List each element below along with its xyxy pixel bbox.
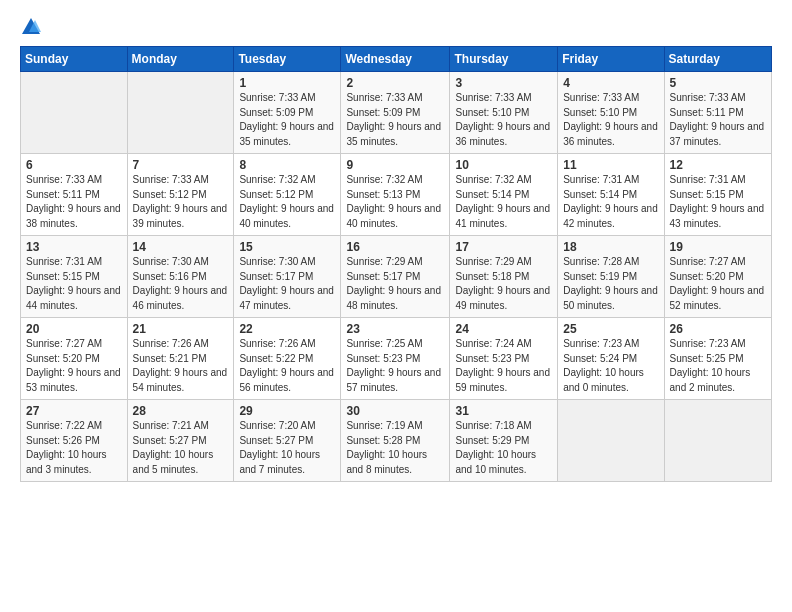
day-number: 19 bbox=[670, 240, 766, 254]
calendar-cell: 27Sunrise: 7:22 AMSunset: 5:26 PMDayligh… bbox=[21, 400, 128, 482]
logo-icon bbox=[20, 16, 42, 38]
calendar-cell: 15Sunrise: 7:30 AMSunset: 5:17 PMDayligh… bbox=[234, 236, 341, 318]
day-detail: Sunrise: 7:30 AMSunset: 5:17 PMDaylight:… bbox=[239, 256, 334, 311]
calendar-week-row: 27Sunrise: 7:22 AMSunset: 5:26 PMDayligh… bbox=[21, 400, 772, 482]
day-number: 1 bbox=[239, 76, 335, 90]
calendar-cell: 1Sunrise: 7:33 AMSunset: 5:09 PMDaylight… bbox=[234, 72, 341, 154]
day-detail: Sunrise: 7:25 AMSunset: 5:23 PMDaylight:… bbox=[346, 338, 441, 393]
day-number: 21 bbox=[133, 322, 229, 336]
day-detail: Sunrise: 7:33 AMSunset: 5:12 PMDaylight:… bbox=[133, 174, 228, 229]
day-number: 26 bbox=[670, 322, 766, 336]
day-number: 11 bbox=[563, 158, 658, 172]
day-detail: Sunrise: 7:26 AMSunset: 5:21 PMDaylight:… bbox=[133, 338, 228, 393]
day-detail: Sunrise: 7:23 AMSunset: 5:24 PMDaylight:… bbox=[563, 338, 644, 393]
day-number: 18 bbox=[563, 240, 658, 254]
calendar-cell: 30Sunrise: 7:19 AMSunset: 5:28 PMDayligh… bbox=[341, 400, 450, 482]
day-detail: Sunrise: 7:32 AMSunset: 5:14 PMDaylight:… bbox=[455, 174, 550, 229]
day-detail: Sunrise: 7:24 AMSunset: 5:23 PMDaylight:… bbox=[455, 338, 550, 393]
calendar-cell: 10Sunrise: 7:32 AMSunset: 5:14 PMDayligh… bbox=[450, 154, 558, 236]
calendar-cell: 22Sunrise: 7:26 AMSunset: 5:22 PMDayligh… bbox=[234, 318, 341, 400]
day-number: 23 bbox=[346, 322, 444, 336]
day-detail: Sunrise: 7:31 AMSunset: 5:15 PMDaylight:… bbox=[670, 174, 765, 229]
calendar-cell: 9Sunrise: 7:32 AMSunset: 5:13 PMDaylight… bbox=[341, 154, 450, 236]
day-number: 15 bbox=[239, 240, 335, 254]
calendar-header-row: SundayMondayTuesdayWednesdayThursdayFrid… bbox=[21, 47, 772, 72]
day-detail: Sunrise: 7:22 AMSunset: 5:26 PMDaylight:… bbox=[26, 420, 107, 475]
day-number: 17 bbox=[455, 240, 552, 254]
day-number: 22 bbox=[239, 322, 335, 336]
calendar-header-sunday: Sunday bbox=[21, 47, 128, 72]
day-number: 3 bbox=[455, 76, 552, 90]
day-detail: Sunrise: 7:33 AMSunset: 5:11 PMDaylight:… bbox=[670, 92, 765, 147]
day-detail: Sunrise: 7:29 AMSunset: 5:18 PMDaylight:… bbox=[455, 256, 550, 311]
page: SundayMondayTuesdayWednesdayThursdayFrid… bbox=[0, 0, 792, 612]
calendar-cell: 4Sunrise: 7:33 AMSunset: 5:10 PMDaylight… bbox=[558, 72, 664, 154]
day-number: 7 bbox=[133, 158, 229, 172]
day-detail: Sunrise: 7:20 AMSunset: 5:27 PMDaylight:… bbox=[239, 420, 320, 475]
calendar-cell: 17Sunrise: 7:29 AMSunset: 5:18 PMDayligh… bbox=[450, 236, 558, 318]
day-number: 6 bbox=[26, 158, 122, 172]
day-detail: Sunrise: 7:32 AMSunset: 5:13 PMDaylight:… bbox=[346, 174, 441, 229]
day-detail: Sunrise: 7:33 AMSunset: 5:11 PMDaylight:… bbox=[26, 174, 121, 229]
day-number: 31 bbox=[455, 404, 552, 418]
day-number: 30 bbox=[346, 404, 444, 418]
calendar-header-wednesday: Wednesday bbox=[341, 47, 450, 72]
calendar-week-row: 13Sunrise: 7:31 AMSunset: 5:15 PMDayligh… bbox=[21, 236, 772, 318]
calendar-cell: 24Sunrise: 7:24 AMSunset: 5:23 PMDayligh… bbox=[450, 318, 558, 400]
calendar-cell: 5Sunrise: 7:33 AMSunset: 5:11 PMDaylight… bbox=[664, 72, 771, 154]
calendar-cell: 20Sunrise: 7:27 AMSunset: 5:20 PMDayligh… bbox=[21, 318, 128, 400]
day-detail: Sunrise: 7:29 AMSunset: 5:17 PMDaylight:… bbox=[346, 256, 441, 311]
calendar-cell: 23Sunrise: 7:25 AMSunset: 5:23 PMDayligh… bbox=[341, 318, 450, 400]
calendar-week-row: 1Sunrise: 7:33 AMSunset: 5:09 PMDaylight… bbox=[21, 72, 772, 154]
day-detail: Sunrise: 7:27 AMSunset: 5:20 PMDaylight:… bbox=[26, 338, 121, 393]
calendar-cell bbox=[127, 72, 234, 154]
calendar-cell: 13Sunrise: 7:31 AMSunset: 5:15 PMDayligh… bbox=[21, 236, 128, 318]
calendar-cell: 6Sunrise: 7:33 AMSunset: 5:11 PMDaylight… bbox=[21, 154, 128, 236]
day-detail: Sunrise: 7:30 AMSunset: 5:16 PMDaylight:… bbox=[133, 256, 228, 311]
calendar-cell: 16Sunrise: 7:29 AMSunset: 5:17 PMDayligh… bbox=[341, 236, 450, 318]
day-number: 27 bbox=[26, 404, 122, 418]
day-detail: Sunrise: 7:18 AMSunset: 5:29 PMDaylight:… bbox=[455, 420, 536, 475]
day-detail: Sunrise: 7:21 AMSunset: 5:27 PMDaylight:… bbox=[133, 420, 214, 475]
calendar-header-saturday: Saturday bbox=[664, 47, 771, 72]
logo bbox=[20, 16, 44, 38]
day-number: 20 bbox=[26, 322, 122, 336]
calendar-cell bbox=[664, 400, 771, 482]
day-number: 9 bbox=[346, 158, 444, 172]
day-number: 25 bbox=[563, 322, 658, 336]
calendar-cell: 31Sunrise: 7:18 AMSunset: 5:29 PMDayligh… bbox=[450, 400, 558, 482]
calendar-cell: 29Sunrise: 7:20 AMSunset: 5:27 PMDayligh… bbox=[234, 400, 341, 482]
day-detail: Sunrise: 7:26 AMSunset: 5:22 PMDaylight:… bbox=[239, 338, 334, 393]
calendar-cell: 14Sunrise: 7:30 AMSunset: 5:16 PMDayligh… bbox=[127, 236, 234, 318]
day-detail: Sunrise: 7:32 AMSunset: 5:12 PMDaylight:… bbox=[239, 174, 334, 229]
day-number: 29 bbox=[239, 404, 335, 418]
day-number: 4 bbox=[563, 76, 658, 90]
calendar-cell: 28Sunrise: 7:21 AMSunset: 5:27 PMDayligh… bbox=[127, 400, 234, 482]
day-detail: Sunrise: 7:19 AMSunset: 5:28 PMDaylight:… bbox=[346, 420, 427, 475]
header bbox=[20, 16, 772, 38]
day-number: 28 bbox=[133, 404, 229, 418]
day-number: 2 bbox=[346, 76, 444, 90]
day-detail: Sunrise: 7:33 AMSunset: 5:09 PMDaylight:… bbox=[346, 92, 441, 147]
day-number: 24 bbox=[455, 322, 552, 336]
calendar-cell: 3Sunrise: 7:33 AMSunset: 5:10 PMDaylight… bbox=[450, 72, 558, 154]
calendar-table: SundayMondayTuesdayWednesdayThursdayFrid… bbox=[20, 46, 772, 482]
calendar-cell: 2Sunrise: 7:33 AMSunset: 5:09 PMDaylight… bbox=[341, 72, 450, 154]
day-detail: Sunrise: 7:28 AMSunset: 5:19 PMDaylight:… bbox=[563, 256, 658, 311]
calendar-cell: 26Sunrise: 7:23 AMSunset: 5:25 PMDayligh… bbox=[664, 318, 771, 400]
day-detail: Sunrise: 7:33 AMSunset: 5:09 PMDaylight:… bbox=[239, 92, 334, 147]
calendar-header-friday: Friday bbox=[558, 47, 664, 72]
calendar-cell: 19Sunrise: 7:27 AMSunset: 5:20 PMDayligh… bbox=[664, 236, 771, 318]
calendar-cell bbox=[21, 72, 128, 154]
day-detail: Sunrise: 7:31 AMSunset: 5:14 PMDaylight:… bbox=[563, 174, 658, 229]
calendar-header-tuesday: Tuesday bbox=[234, 47, 341, 72]
day-number: 8 bbox=[239, 158, 335, 172]
calendar-cell: 18Sunrise: 7:28 AMSunset: 5:19 PMDayligh… bbox=[558, 236, 664, 318]
calendar-cell: 25Sunrise: 7:23 AMSunset: 5:24 PMDayligh… bbox=[558, 318, 664, 400]
day-detail: Sunrise: 7:23 AMSunset: 5:25 PMDaylight:… bbox=[670, 338, 751, 393]
day-detail: Sunrise: 7:33 AMSunset: 5:10 PMDaylight:… bbox=[455, 92, 550, 147]
calendar-header-thursday: Thursday bbox=[450, 47, 558, 72]
day-number: 13 bbox=[26, 240, 122, 254]
calendar-cell: 21Sunrise: 7:26 AMSunset: 5:21 PMDayligh… bbox=[127, 318, 234, 400]
day-number: 14 bbox=[133, 240, 229, 254]
